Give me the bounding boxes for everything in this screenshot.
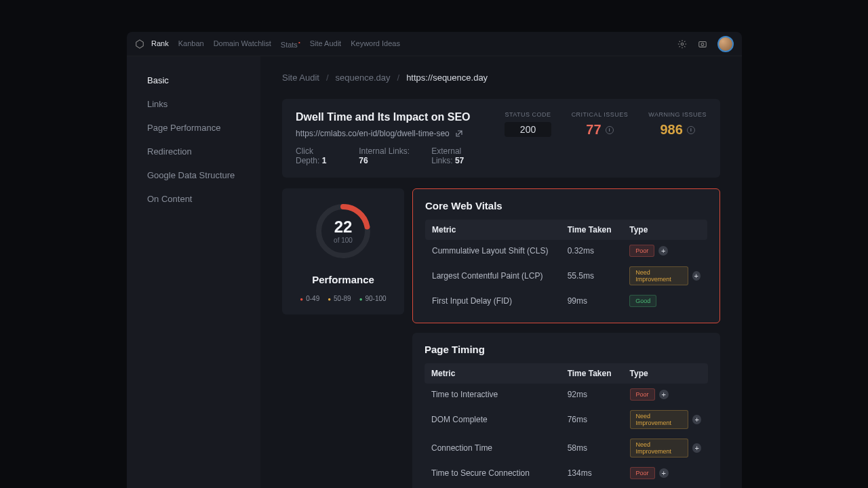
cell-metric: First Input Delay (FID) xyxy=(425,290,561,312)
cell-time: 55.5ms xyxy=(561,262,623,290)
click-depth: Click Depth: 1 xyxy=(296,146,337,165)
cell-type: Good xyxy=(623,290,707,312)
cell-type: Poor+ xyxy=(623,240,707,262)
sidebar-item[interactable]: On Content xyxy=(127,187,260,211)
cell-time: 134ms xyxy=(561,462,623,484)
sidebar-item[interactable]: Basic xyxy=(127,68,260,92)
cell-time: 58ms xyxy=(561,434,623,462)
table-row: Time to Interactive92msPoor+ xyxy=(425,384,708,405)
external-links: External Links: 57 xyxy=(431,146,484,165)
page-header: Dwell Time and Its Impact on SEO https:/… xyxy=(282,99,720,178)
cell-type: Poor+ xyxy=(623,462,708,484)
cell-time: 92ms xyxy=(561,384,623,405)
sidebar: BasicLinksPage PerformanceRedirectionGoo… xyxy=(127,56,260,488)
cell-type: Need Improvement+ xyxy=(623,434,708,462)
cell-time: 0.32ms xyxy=(561,240,623,262)
topnav-item[interactable]: Kanban xyxy=(178,39,204,49)
stat-critical-issues: CRITICAL ISSUES 77i xyxy=(572,111,629,138)
table-row: DOM Complete76msNeed Improvement+ xyxy=(425,405,708,434)
expand-icon[interactable]: + xyxy=(659,468,669,478)
info-icon[interactable]: i xyxy=(606,126,614,134)
cell-type: Poor+ xyxy=(623,384,708,405)
core-web-vitals-panel: Core Web Vitals Metric Time Taken Type C… xyxy=(412,188,720,323)
cell-metric: Connection Time xyxy=(425,434,561,462)
status-badge: Need Improvement xyxy=(630,439,689,458)
breadcrumb-item[interactable]: Site Audit xyxy=(282,73,319,83)
topbar-right xyxy=(677,36,734,52)
th-metric: Metric xyxy=(425,363,561,384)
legend-poor: 0-49 xyxy=(300,295,319,302)
panels: 22 of 100 Performance 0-49 50-89 90-100 … xyxy=(282,188,720,488)
performance-score: 22 xyxy=(334,219,353,235)
breadcrumb-item[interactable]: sequence.day xyxy=(336,73,391,83)
table-row: Connection Time58msNeed Improvement+ xyxy=(425,434,708,462)
sidebar-item[interactable]: Google Data Structure xyxy=(127,163,260,187)
breadcrumb: Site Audit / sequence.day / https://sequ… xyxy=(282,73,720,83)
svg-point-0 xyxy=(681,43,684,45)
expand-icon[interactable]: + xyxy=(692,271,701,281)
sidebar-item[interactable]: Links xyxy=(127,92,260,116)
page-timing-table: Metric Time Taken Type Time to Interacti… xyxy=(425,363,708,488)
external-link-icon[interactable] xyxy=(455,129,463,138)
core-web-vitals-table: Metric Time Taken Type Cummulative Layou… xyxy=(425,220,707,312)
performance-gauge: 22 of 100 xyxy=(313,201,374,262)
cell-metric: Time to Secure Connection xyxy=(425,462,561,484)
table-row: First Input Delay (FID)99msGood xyxy=(425,290,707,312)
table-row: Largest Contentful Paint (LCP)55.5msNeed… xyxy=(425,262,707,290)
right-panels: Core Web Vitals Metric Time Taken Type C… xyxy=(412,188,720,488)
performance-legend: 0-49 50-89 90-100 xyxy=(290,295,396,302)
top-nav: RankKanbanDomain WatchlistStatsSite Audi… xyxy=(151,39,400,49)
topnav-item[interactable]: Rank xyxy=(151,39,169,49)
sidebar-item[interactable]: Redirection xyxy=(127,140,260,163)
cell-time: 99ms xyxy=(561,290,623,312)
panel-title: Page Timing xyxy=(425,344,708,355)
topnav-item[interactable]: Keyword Ideas xyxy=(351,39,400,49)
legend-good: 90-100 xyxy=(359,295,387,302)
table-row: Cummulative Layout Shift (CLS)0.32msPoor… xyxy=(425,240,707,262)
body: BasicLinksPage PerformanceRedirectionGoo… xyxy=(127,56,742,488)
performance-sub: of 100 xyxy=(334,237,353,244)
expand-icon[interactable]: + xyxy=(692,443,701,453)
header-main: Dwell Time and Its Impact on SEO https:/… xyxy=(296,111,484,165)
info-icon[interactable]: i xyxy=(687,126,695,134)
cell-metric: Time to Interactive xyxy=(425,384,561,405)
camera-icon[interactable] xyxy=(697,39,708,49)
performance-title: Performance xyxy=(290,274,396,285)
cell-type: Need Improvement+ xyxy=(623,405,708,434)
settings-icon[interactable] xyxy=(677,39,688,49)
cell-type: Need Improvement+ xyxy=(623,262,707,290)
status-badge: Poor xyxy=(630,388,655,401)
th-time: Time Taken xyxy=(561,363,623,384)
avatar[interactable] xyxy=(717,36,734,52)
th-metric: Metric xyxy=(425,220,561,240)
panel-title: Core Web Vitals xyxy=(425,200,707,211)
status-badge: Good xyxy=(629,295,656,307)
topnav-item[interactable]: Domain Watchlist xyxy=(214,39,271,49)
th-type: Type xyxy=(623,363,708,384)
page-url-text: https://cmlabs.co/en-id/blog/dwell-time-… xyxy=(296,129,450,138)
topnav-item[interactable]: Stats xyxy=(281,39,300,49)
expand-icon[interactable]: + xyxy=(659,390,669,399)
page-title: Dwell Time and Its Impact on SEO xyxy=(296,111,484,123)
cell-metric: Waiting Time xyxy=(425,484,561,488)
topnav-item[interactable]: Site Audit xyxy=(310,39,341,49)
table-row: Waiting Time780msGood xyxy=(425,484,708,488)
svg-point-2 xyxy=(701,43,704,45)
main: Site Audit / sequence.day / https://sequ… xyxy=(260,56,742,488)
th-time: Time Taken xyxy=(561,220,623,240)
breadcrumb-sep: / xyxy=(326,73,329,83)
sidebar-item[interactable]: Page Performance xyxy=(127,116,260,140)
breadcrumb-current: https://sequence.day xyxy=(406,73,488,83)
expand-icon[interactable]: + xyxy=(692,415,701,424)
th-type: Type xyxy=(623,220,707,240)
table-row: Time to Secure Connection134msPoor+ xyxy=(425,462,708,484)
status-badge: Poor xyxy=(630,467,655,479)
meta-row: Click Depth: 1 Internal Links: 76 Extern… xyxy=(296,146,484,165)
cell-time: 780ms xyxy=(561,484,623,488)
internal-links: Internal Links: 76 xyxy=(359,146,410,165)
page-url: https://cmlabs.co/en-id/blog/dwell-time-… xyxy=(296,129,484,138)
legend-medium: 50-89 xyxy=(328,295,351,302)
app-frame: RankKanbanDomain WatchlistStatsSite Audi… xyxy=(127,32,742,488)
expand-icon[interactable]: + xyxy=(658,246,668,256)
breadcrumb-sep: / xyxy=(397,73,400,83)
